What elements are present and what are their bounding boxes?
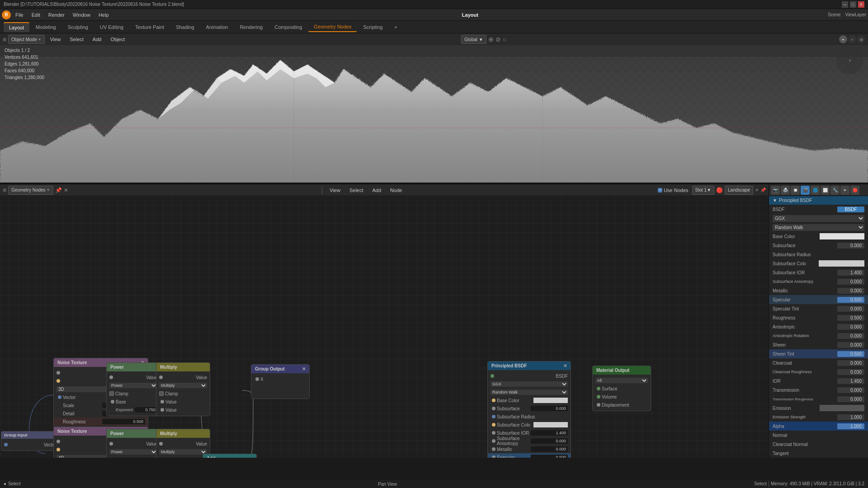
bsdf-out-socket[interactable] <box>491 374 494 378</box>
tab-geometry-nodes[interactable]: Geometry Nodes <box>308 22 357 32</box>
close-icon[interactable]: ✕ <box>64 187 68 193</box>
viewport-3d[interactable]: ⊞ Object Mode ▼ View Select Add Object G… <box>0 33 868 183</box>
tab-layout[interactable]: Layout <box>4 22 29 32</box>
mode-dropdown[interactable]: Object Mode ▼ <box>8 35 45 44</box>
tab-sculpting[interactable]: Sculpting <box>62 22 94 32</box>
minimize-btn[interactable]: ─ <box>842 1 848 8</box>
add-menu[interactable]: Add <box>89 36 105 43</box>
bsdf-subsurf-ior-socket[interactable] <box>492 431 495 435</box>
bsdf-prop-header[interactable]: ▼ Principled BSDF <box>769 196 868 205</box>
p-ior[interactable]: 1.450 <box>837 378 864 384</box>
bsdf-specular-val[interactable]: 0.500 <box>531 455 568 458</box>
prop-icon-material[interactable]: 🔴 <box>850 186 859 195</box>
tab-shading[interactable]: Shading <box>170 22 199 32</box>
group-output-x-socket[interactable] <box>255 377 259 381</box>
bsdf-dist-prop[interactable]: GGX <box>773 215 864 222</box>
bsdf-base-color-socket[interactable] <box>492 399 495 402</box>
prop-icon-scene[interactable]: 🎬 <box>801 186 810 195</box>
power-1-clamp-check[interactable] <box>109 391 114 396</box>
snap-icon[interactable]: ⊘ <box>495 36 501 43</box>
view-menu[interactable]: View <box>47 36 65 43</box>
node-canvas[interactable]: Group Input ✕ Vector Noise Texture ✕ <box>0 196 769 458</box>
material-name[interactable]: Landscape <box>725 186 753 195</box>
menu-window[interactable]: Window <box>69 11 94 19</box>
object-menu[interactable]: Object <box>107 36 128 43</box>
multiply-2-mode[interactable]: Multiply <box>159 449 207 455</box>
proportional-icon[interactable]: ○ <box>503 36 506 43</box>
pin-icon[interactable]: 📌 <box>55 187 62 193</box>
p-subsurf-ior[interactable]: 1.400 <box>837 270 864 276</box>
p-alpha[interactable]: 1.000 <box>837 423 864 429</box>
node-menu[interactable]: Node <box>387 187 406 194</box>
bsdf-subsurf-aniso-socket[interactable] <box>492 439 495 443</box>
select-menu[interactable]: Select <box>66 36 87 43</box>
close-btn[interactable]: ✕ <box>858 1 864 8</box>
material-output-all[interactable]: All <box>595 378 648 383</box>
power-1-mode-dropdown[interactable]: Power <box>109 383 157 388</box>
select-menu-node[interactable]: Select <box>346 187 367 194</box>
base-color-swatch[interactable] <box>533 398 568 403</box>
bsdf-dist-dropdown[interactable]: GGX <box>491 381 568 387</box>
tab-scripting[interactable]: Scripting <box>358 22 388 32</box>
p-aniso-rot[interactable]: 0.000 <box>837 333 864 339</box>
use-nodes-checkbox[interactable]: ✓ Use Nodes <box>658 188 688 193</box>
slot-dropdown[interactable]: Slot 1 ▼ <box>692 186 714 195</box>
p-metallic[interactable]: 0.000 <box>837 288 864 294</box>
noise-2-color-socket-out[interactable] <box>57 448 60 451</box>
bsdf-metallic-socket[interactable] <box>492 447 495 451</box>
bsdf-specular-socket[interactable] <box>492 455 495 458</box>
p-roughness[interactable]: 0.500 <box>837 315 864 321</box>
multiply-1-node[interactable]: Multiply Value Multiply <box>156 362 210 416</box>
power-1-out-socket[interactable] <box>109 375 113 379</box>
pivot-icon[interactable]: ⊕ <box>488 36 494 43</box>
power-2-node[interactable]: Power Value Power <box>106 429 160 458</box>
material-output-node[interactable]: Material Output All Surface <box>592 366 651 411</box>
menu-help[interactable]: Help <box>95 11 113 19</box>
p-clearcoat[interactable]: 0.000 <box>837 360 864 366</box>
material-mode-icon[interactable]: ○ <box>848 35 856 43</box>
prop-icon-output[interactable]: 🖨️ <box>781 186 790 195</box>
bsdf-subsurf-method-prop[interactable]: Random Walk <box>773 224 864 231</box>
bsdf-subsurface-radius-socket[interactable] <box>492 415 495 418</box>
p-specular-tint[interactable]: 0.000 <box>837 306 864 312</box>
mat-out-volume-socket[interactable] <box>597 395 600 399</box>
solid-mode-icon[interactable]: ● <box>839 35 847 43</box>
p-subsurf-aniso[interactable]: 0.000 <box>837 279 864 285</box>
tab-rendering[interactable]: Rendering <box>234 22 268 32</box>
multiply-1-clamp[interactable] <box>159 391 164 396</box>
multiply-1-val1-socket[interactable] <box>160 400 164 404</box>
pin-material-icon[interactable]: 📌 <box>760 188 766 192</box>
close-material-icon[interactable]: ✕ <box>755 188 759 192</box>
p-subsurface[interactable]: 0.000 <box>837 243 864 249</box>
prop-icon-modifier[interactable]: 🔧 <box>830 186 840 195</box>
rendered-mode-icon[interactable]: ◎ <box>857 35 865 43</box>
editor-type-icon[interactable]: ⊞ <box>3 37 6 42</box>
editor-type-btn[interactable]: ⊞ <box>3 188 6 192</box>
tab-add[interactable]: + <box>389 22 402 32</box>
p-specular[interactable]: 0.500 <box>837 297 864 303</box>
tab-modeling[interactable]: Modeling <box>30 22 61 32</box>
power-1-exponent[interactable]: 0.750 <box>135 407 157 413</box>
bsdf-metallic-val[interactable]: 0.000 <box>531 446 568 452</box>
p-sheen-tint[interactable]: 0.500 <box>837 351 864 357</box>
material-icon[interactable]: 🔴 <box>716 187 723 193</box>
power-2-mode-dropdown[interactable]: Power <box>109 449 157 455</box>
tab-uv-editing[interactable]: UV Editing <box>94 22 129 32</box>
base-color-prop-swatch[interactable] <box>820 233 865 239</box>
p-trans-rough[interactable]: 0.000 <box>837 396 864 402</box>
prop-icon-object[interactable]: ⬜ <box>821 186 830 195</box>
power-1-node[interactable]: Power Value Power <box>106 362 160 416</box>
noise-2-fac-socket-out[interactable] <box>57 440 60 443</box>
tab-animation[interactable]: Animation <box>201 22 234 32</box>
subsurface-color-swatch[interactable] <box>533 422 568 427</box>
power-1-base-socket[interactable] <box>111 400 114 404</box>
tab-compositing[interactable]: Compositing <box>269 22 307 32</box>
group-output-node[interactable]: Group Output ✕ X <box>251 364 310 399</box>
noise-1-color-socket-out[interactable] <box>57 379 60 383</box>
p-transmission[interactable]: 0.000 <box>837 387 864 393</box>
prop-icon-render[interactable]: 📷 <box>771 186 780 195</box>
prop-icon-world[interactable]: 🌐 <box>811 186 820 195</box>
navigation-gizmo[interactable]: Y <box>836 47 863 74</box>
mat-out-surface-socket[interactable] <box>597 387 600 390</box>
p-cc-roughness[interactable]: 0.030 <box>837 369 864 375</box>
